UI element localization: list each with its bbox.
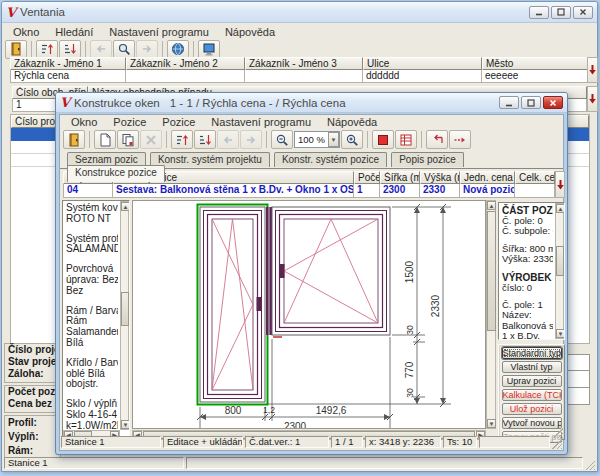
zoom-in-button[interactable] <box>341 130 363 149</box>
main-titlebar[interactable]: V Ventania <box>2 2 597 23</box>
copy-position-button[interactable] <box>117 130 139 149</box>
internet-button[interactable] <box>167 40 189 59</box>
scroll-thumb[interactable] <box>487 211 496 331</box>
scroll-up-icon[interactable]: ▲ <box>121 202 130 211</box>
menu-okno[interactable]: Okno <box>64 115 104 129</box>
cases-scroll-down-button[interactable] <box>587 86 598 112</box>
maximize-button[interactable] <box>551 6 571 19</box>
part-info-panel[interactable]: ČÁST POZICE Č. pole: 0 Č. subpole: 0 Šíř… <box>498 202 565 340</box>
column-header[interactable]: Zákazník - Jméno 1 <box>10 57 126 70</box>
child-menubar: Okno Pozice Pozice Nastavení programu Ná… <box>60 115 563 129</box>
back-button[interactable] <box>217 130 239 149</box>
toolbar-separator <box>31 41 32 58</box>
toolbar-separator <box>162 41 163 58</box>
column-header[interactable]: Výška (mm) <box>420 171 460 184</box>
dim-30-bottom: 30 <box>405 388 415 398</box>
menu-pozice-1[interactable]: Pozice <box>106 115 153 129</box>
menu-nastaveni-programu[interactable]: Nastavení programu <box>102 25 216 39</box>
properties-vscrollbar[interactable]: ▲ ▼ <box>120 201 129 430</box>
forward-button[interactable] <box>240 130 262 149</box>
maximize-button[interactable] <box>521 96 541 109</box>
exit-button[interactable] <box>63 130 85 149</box>
customers-row[interactable]: Rýchla cena dddddd eeeeee <box>10 70 590 83</box>
cell <box>126 70 245 83</box>
menu-nastaveni-programu[interactable]: Nastavení programu <box>204 115 318 129</box>
properties-panel[interactable]: Systém kování: ROTO NT Systém profilů: S… <box>62 200 130 440</box>
zoom-combobox[interactable]: 100 % ▼ <box>294 131 340 148</box>
sort-asc-button[interactable] <box>36 40 58 59</box>
main-menubar: Okno Hledání Nastavení programu Nápověda <box>2 24 597 39</box>
sort-desc-button[interactable] <box>59 40 81 59</box>
exit-button[interactable] <box>5 40 27 59</box>
minimize-button[interactable] <box>499 96 519 109</box>
search-button[interactable] <box>113 40 135 59</box>
tab-konstr-system-projektu[interactable]: Konstr. systém projektu <box>150 152 270 167</box>
menu-hledani[interactable]: Hledání <box>48 25 100 39</box>
field-label: Výplň: <box>5 430 60 444</box>
close-icon <box>549 99 557 107</box>
new-position-button[interactable] <box>94 130 116 149</box>
menu-napoveda[interactable]: Nápověda <box>320 115 384 129</box>
scroll-up-icon[interactable]: ▲ <box>556 204 565 213</box>
minimize-button[interactable] <box>529 6 549 19</box>
fill-view-button[interactable] <box>372 130 394 149</box>
exit-door-icon <box>67 133 81 147</box>
scroll-up-icon[interactable]: ▲ <box>487 201 496 210</box>
field-label: Stav proje <box>5 356 60 368</box>
drawing-canvas[interactable]: 1500 30 770 30 2330 800 1,2 1492,6 2300 <box>132 200 486 429</box>
child-titlebar[interactable]: V Konstrukce oken 1 - 1 / Rýchla cena - … <box>56 93 567 113</box>
back-button[interactable] <box>90 40 112 59</box>
undo-button[interactable] <box>426 130 448 149</box>
step-button[interactable] <box>449 130 471 149</box>
info-vscrollbar[interactable]: ▲ ▼ <box>555 203 564 339</box>
child-statusbar: Stanice 1 Editace + ukládání Č.dat.ver.:… <box>61 436 562 449</box>
close-button[interactable] <box>543 96 563 109</box>
scroll-down-icon[interactable]: ▼ <box>121 420 130 429</box>
delete-position-button[interactable] <box>140 130 162 149</box>
property-line: obojstr. <box>66 379 117 390</box>
column-header[interactable]: Šířka (mm) <box>380 171 420 184</box>
edit-position-button[interactable]: Uprav pozici <box>502 375 562 387</box>
scroll-down-icon[interactable]: ▼ <box>556 329 565 338</box>
column-header[interactable]: Ulice <box>363 57 482 70</box>
resize-grip[interactable] <box>552 439 562 449</box>
customers-scroll-down-button[interactable] <box>587 57 598 83</box>
tab-popis-pozice[interactable]: Popis pozice <box>391 152 464 167</box>
menu-napoveda[interactable]: Nápověda <box>218 25 282 39</box>
close-button[interactable] <box>573 6 593 19</box>
column-header[interactable]: Jedn. cena <box>460 171 515 184</box>
column-header[interactable]: Celk. cena <box>515 171 555 184</box>
column-header[interactable]: Zákazník - Jméno 2 <box>126 57 245 70</box>
column-header[interactable]: Počet (k <box>354 171 380 184</box>
menu-okno[interactable]: Okno <box>6 25 46 39</box>
positions-scroll-down-button[interactable] <box>555 171 565 198</box>
menu-pozice-2[interactable]: Pozice <box>155 115 202 129</box>
canvas-vscrollbar[interactable]: ▲ ▼ <box>486 200 496 429</box>
column-header[interactable]: Město <box>482 57 590 70</box>
toolbar-separator <box>166 131 167 148</box>
sort-asc-button[interactable] <box>171 130 193 149</box>
cell <box>245 70 363 83</box>
resize-grip[interactable] <box>585 460 595 470</box>
tab-konstr-system-pozice[interactable]: Konstr. systém pozice <box>274 152 387 167</box>
station-button[interactable] <box>198 40 220 59</box>
scroll-thumb[interactable] <box>556 246 564 276</box>
custom-type-button[interactable]: Vlastní typ <box>502 361 562 373</box>
scroll-down-icon[interactable]: ▼ <box>487 419 496 428</box>
column-header[interactable]: Zákazník - Jméno 3 <box>245 57 363 70</box>
calculation-button[interactable]: Kalkulace (TCK) <box>502 389 562 401</box>
tab-konstrukce-pozice[interactable]: Konstrukce pozice <box>67 165 165 182</box>
position-row[interactable]: 04 Sestava: Balkonová stěna 1 x B.Dv. + … <box>63 184 555 198</box>
save-position-button[interactable]: Ulož pozici <box>502 403 562 415</box>
grid-view-button[interactable] <box>395 130 417 149</box>
chevron-down-icon[interactable]: ▼ <box>328 132 339 147</box>
close-icon <box>579 8 587 16</box>
dash-red-icon <box>453 133 467 147</box>
sort-desc-button[interactable] <box>194 130 216 149</box>
field-label: Počet poz <box>5 386 60 398</box>
zoom-out-button[interactable] <box>271 130 293 149</box>
scroll-thumb[interactable] <box>121 292 129 326</box>
forward-button[interactable] <box>136 40 158 59</box>
cell: eeeeee <box>482 70 590 83</box>
standard-type-button[interactable]: Standardní typ <box>502 347 562 359</box>
